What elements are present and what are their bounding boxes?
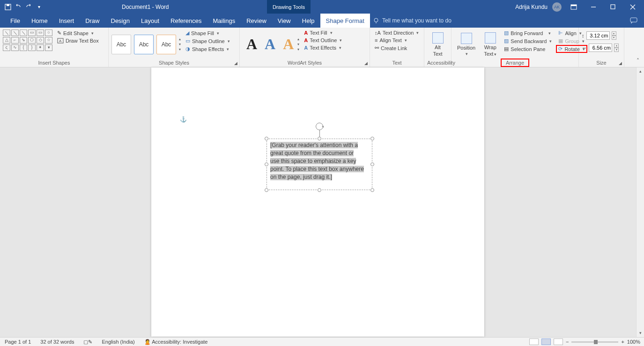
minimize-button[interactable] bbox=[586, 0, 601, 14]
draw-text-box-button[interactable]: A Draw Text Box bbox=[55, 37, 101, 44]
page-number-status[interactable]: Page 1 of 1 bbox=[0, 339, 36, 345]
bring-forward-button[interactable]: ▧Bring Forward▾ bbox=[502, 29, 554, 37]
page[interactable]: ⚓ [Grab your reader's attention with a g… bbox=[151, 67, 484, 337]
width-icon: ↔ bbox=[582, 45, 587, 51]
shape-width-input[interactable] bbox=[589, 44, 612, 52]
tab-draw[interactable]: Draw bbox=[80, 14, 105, 28]
zoom-out-button[interactable]: − bbox=[566, 339, 569, 345]
tab-layout[interactable]: Layout bbox=[135, 14, 165, 28]
zoom-in-button[interactable]: + bbox=[621, 339, 624, 345]
document-area[interactable]: ⚓ [Grab your reader's attention with a g… bbox=[0, 67, 644, 337]
maximize-button[interactable] bbox=[606, 0, 621, 14]
height-spinner[interactable]: ▴▾ bbox=[612, 31, 616, 40]
position-button[interactable]: Position▾ bbox=[454, 29, 478, 59]
comments-icon[interactable] bbox=[630, 17, 637, 24]
read-mode-view-button[interactable] bbox=[529, 339, 539, 345]
redo-icon[interactable] bbox=[25, 4, 32, 10]
group-label-shape-styles: Shape Styles bbox=[111, 59, 237, 67]
tab-view[interactable]: View bbox=[272, 14, 296, 28]
shapes-gallery[interactable]: ＼＼＼▭▭○ △⌐⇘⬡◇☆ ς∿{}✦▾ bbox=[3, 29, 52, 59]
outline-icon: ▭ bbox=[185, 38, 190, 44]
user-avatar[interactable]: AK bbox=[552, 2, 562, 12]
tab-references[interactable]: References bbox=[165, 14, 207, 28]
word-count-status[interactable]: 32 of 32 words bbox=[36, 339, 79, 345]
shape-effects-button[interactable]: ◑Shape Effects▾ bbox=[184, 45, 232, 52]
shape-style-preset[interactable]: Abc bbox=[156, 35, 176, 54]
resize-handle-t[interactable] bbox=[318, 137, 321, 140]
tab-home[interactable]: Home bbox=[26, 14, 53, 28]
contextual-tab-drawing-tools[interactable]: Drawing Tools bbox=[267, 0, 311, 14]
wordart-gallery[interactable]: A A A ▴▾▾ bbox=[243, 29, 299, 59]
width-spinner[interactable]: ▴▾ bbox=[614, 44, 619, 52]
tab-file[interactable]: File bbox=[5, 14, 26, 28]
text-box-content[interactable]: [Grab your reader's attention with a gre… bbox=[270, 141, 364, 181]
close-button[interactable] bbox=[625, 0, 640, 14]
resize-handle-r[interactable] bbox=[370, 162, 374, 166]
size-dialog-launcher[interactable]: ◢ bbox=[617, 60, 623, 66]
shape-outline-button[interactable]: ▭Shape Outline▾ bbox=[184, 37, 232, 44]
resize-handle-br[interactable] bbox=[370, 188, 374, 192]
wordart-preset[interactable]: A bbox=[279, 36, 297, 53]
position-icon bbox=[461, 33, 472, 44]
web-layout-view-button[interactable] bbox=[554, 339, 563, 345]
svg-rect-3 bbox=[571, 5, 577, 6]
wordart-preset[interactable]: A bbox=[261, 36, 279, 53]
accessibility-status[interactable]: 🙎 Accessibility: Investigate bbox=[140, 339, 213, 345]
group-accessibility: Alt Text Accessibility bbox=[424, 28, 452, 67]
spell-check-icon[interactable]: ▢✎ bbox=[79, 339, 97, 345]
tab-design[interactable]: Design bbox=[105, 14, 135, 28]
undo-icon[interactable] bbox=[15, 4, 22, 10]
group-insert-shapes: ＼＼＼▭▭○ △⌐⇘⬡◇☆ ς∿{}✦▾ ✎ Edit Shape▾ A Dra… bbox=[0, 28, 109, 67]
tab-mailings[interactable]: Mailings bbox=[207, 14, 241, 28]
print-layout-view-button[interactable] bbox=[541, 339, 551, 345]
zoom-slider[interactable] bbox=[571, 341, 618, 343]
text-direction-button[interactable]: ↕AText Direction▾ bbox=[373, 29, 421, 36]
tab-shape-format[interactable]: Shape Format bbox=[320, 14, 370, 28]
resize-handle-l[interactable] bbox=[265, 162, 268, 166]
wrap-text-button[interactable]: Wrap Text▾ bbox=[481, 29, 499, 59]
shape-height-input[interactable] bbox=[586, 31, 610, 40]
shape-styles-dialog-launcher[interactable]: ◢ bbox=[233, 60, 238, 66]
title-bar: ▾ Document1 - Word Drawing Tools Adrija … bbox=[0, 0, 644, 14]
ribbon-display-options-icon[interactable] bbox=[566, 0, 581, 14]
rotate-handle[interactable] bbox=[316, 123, 323, 130]
edit-shape-button[interactable]: ✎ Edit Shape▾ bbox=[55, 29, 101, 37]
language-status[interactable]: English (India) bbox=[97, 339, 139, 345]
alt-text-icon bbox=[432, 32, 444, 44]
align-text-button[interactable]: ≡Align Text▾ bbox=[373, 37, 421, 44]
wordart-preset[interactable]: A bbox=[243, 36, 261, 53]
text-fill-button[interactable]: AText Fill▾ bbox=[302, 29, 344, 36]
svg-rect-1 bbox=[7, 4, 9, 6]
shape-style-gallery[interactable]: Abc Abc Abc ▴▾▾ bbox=[111, 29, 181, 59]
group-label-insert-shapes: Insert Shapes bbox=[3, 59, 105, 67]
text-effects-button[interactable]: AText Effects▾ bbox=[302, 44, 344, 51]
selection-pane-button[interactable]: ▤Selection Pane bbox=[502, 45, 554, 52]
shape-fill-button[interactable]: ◢Shape Fill▾ bbox=[184, 29, 232, 37]
tab-review[interactable]: Review bbox=[241, 14, 272, 28]
shape-style-preset[interactable]: Abc bbox=[134, 35, 154, 54]
tell-me-search[interactable]: Tell me what you want to do bbox=[373, 17, 452, 24]
status-bar: Page 1 of 1 32 of 32 words ▢✎ English (I… bbox=[0, 337, 644, 346]
resize-handle-tr[interactable] bbox=[370, 137, 374, 140]
tab-insert[interactable]: Insert bbox=[53, 14, 80, 28]
resize-handle-tl[interactable] bbox=[265, 137, 268, 140]
wordart-dialog-launcher[interactable]: ◢ bbox=[363, 60, 369, 66]
selected-text-box[interactable]: [Grab your reader's attention with a gre… bbox=[266, 139, 372, 190]
zoom-level[interactable]: 100% bbox=[627, 339, 640, 345]
resize-handle-b[interactable] bbox=[318, 188, 321, 192]
collapse-ribbon-icon[interactable]: ˄ bbox=[637, 58, 639, 64]
resize-handle-bl[interactable] bbox=[265, 188, 268, 192]
tab-help[interactable]: Help bbox=[296, 14, 320, 28]
scroll-up-icon[interactable]: ▴ bbox=[637, 67, 644, 75]
save-icon[interactable] bbox=[5, 4, 11, 10]
text-outline-button[interactable]: AText Outline▾ bbox=[302, 37, 344, 44]
vertical-scrollbar[interactable]: ▴ ▾ bbox=[636, 67, 644, 337]
send-backward-button[interactable]: ▨Send Backward▾ bbox=[502, 37, 554, 44]
create-link-button[interactable]: ⚯Create Link bbox=[373, 44, 421, 52]
scroll-down-icon[interactable]: ▾ bbox=[637, 329, 644, 337]
user-name[interactable]: Adrija Kundu bbox=[515, 4, 548, 10]
group-label-wordart: WordArt Styles bbox=[243, 59, 367, 67]
shape-style-preset[interactable]: Abc bbox=[111, 35, 131, 54]
alt-text-button[interactable]: Alt Text bbox=[429, 29, 446, 59]
qat-customize-icon[interactable]: ▾ bbox=[36, 4, 42, 10]
